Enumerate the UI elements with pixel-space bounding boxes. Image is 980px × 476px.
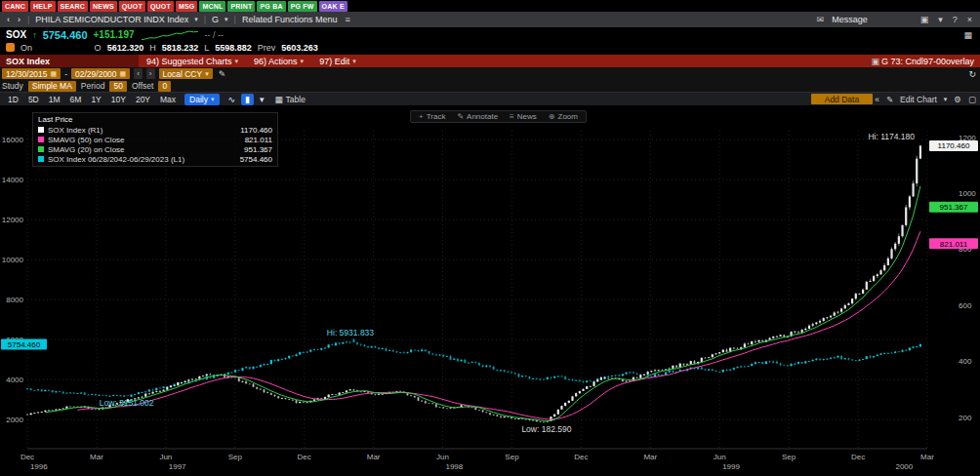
- study-select[interactable]: Simple MA: [28, 81, 76, 92]
- tab-1m[interactable]: 1M: [45, 95, 64, 104]
- svg-text:5754.460: 5754.460: [8, 340, 41, 349]
- edit-chart-button[interactable]: Edit Chart: [900, 95, 937, 104]
- chevron-down-icon: ▾: [235, 58, 239, 65]
- chart-window-icon[interactable]: ▣: [869, 57, 881, 66]
- legend-swatch: [38, 127, 44, 133]
- fkey-msg[interactable]: MSG: [176, 1, 198, 12]
- table-button[interactable]: ▦ Table: [270, 95, 310, 104]
- legend-item-sox-overlay-l1[interactable]: SOX Index 06/28/2042-06/29/2023 (L1) 575…: [38, 154, 272, 164]
- fkey-oake[interactable]: OAK E: [319, 1, 347, 12]
- svg-text:12000: 12000: [2, 216, 24, 224]
- security-title[interactable]: PHILA SEMICONDUCTOR INDX Index: [35, 15, 188, 24]
- chart-type-caret-icon[interactable]: ▾: [256, 94, 268, 105]
- range-back-button[interactable]: ‹: [134, 68, 143, 79]
- collapse-icon[interactable]: «: [875, 95, 879, 104]
- legend-item-smavg50[interactable]: SMAVG (50) on Close 821.011: [38, 135, 272, 144]
- edit-label: 97) Edit: [319, 57, 349, 66]
- menu-icon[interactable]: ≡: [344, 15, 352, 24]
- fkey-canc[interactable]: CANC: [2, 1, 28, 12]
- fkey-news[interactable]: NEWS: [90, 1, 117, 12]
- news-tool[interactable]: ≡ News: [510, 112, 537, 121]
- expand-icon[interactable]: ▢: [968, 95, 976, 104]
- range-forward-button[interactable]: ›: [146, 68, 155, 79]
- chart-area[interactable]: DecMarJunSepDecMarJunSepDecMarJunSepDecM…: [0, 105, 980, 476]
- refresh-icon[interactable]: ↻: [966, 69, 978, 79]
- fkey-help[interactable]: HELP: [30, 1, 55, 12]
- actions-label: 96) Actions: [254, 57, 298, 66]
- legend-value: 5754.460: [240, 155, 272, 164]
- calendar-icon[interactable]: ▦: [51, 70, 58, 78]
- frequency-select[interactable]: Daily ▾: [184, 94, 219, 105]
- ticker: SOX: [6, 29, 26, 40]
- svg-text:200: 200: [959, 414, 972, 422]
- legend-title[interactable]: Last Price: [38, 115, 272, 125]
- chevron-down-icon[interactable]: ▾: [194, 16, 198, 23]
- chevron-down-icon[interactable]: ▾: [225, 16, 228, 23]
- track-label: Track: [427, 112, 446, 121]
- tab-6m[interactable]: 6M: [66, 95, 86, 104]
- tab-1d[interactable]: 1D: [4, 95, 22, 104]
- actions-menu[interactable]: 96) Actions ▾: [246, 57, 311, 66]
- window-titlebar: ‹ › | PHILA SEMICONDUCTOR INDX Index ▾ |…: [0, 12, 980, 27]
- back-icon[interactable]: ‹: [6, 15, 11, 24]
- svg-text:Dec: Dec: [298, 453, 311, 461]
- tab-10y[interactable]: 10Y: [107, 95, 130, 104]
- forward-icon[interactable]: ›: [17, 15, 21, 24]
- currency-select[interactable]: Local CCY ▾: [159, 68, 213, 79]
- fkey-search[interactable]: SEARC: [58, 1, 89, 12]
- chart-grid: DecMarJunSepDecMarJunSepDecMarJunSepDecM…: [2, 131, 977, 471]
- envelope-icon[interactable]: ✉: [815, 15, 827, 24]
- intraday-sparkline: [141, 28, 199, 42]
- svg-text:Mar: Mar: [643, 453, 657, 461]
- line-chart-icon[interactable]: ∿: [225, 94, 240, 105]
- tab-5d[interactable]: 5D: [24, 95, 43, 104]
- legend-item-smavg20[interactable]: SMAVG (20) on Close 951.367: [38, 144, 272, 154]
- chart-legend[interactable]: Last Price SOX Index (R1) 1170.460 SMAVG…: [32, 112, 278, 167]
- suggested-charts-menu[interactable]: 94) Suggested Charts ▾: [139, 57, 246, 66]
- pencil-icon[interactable]: ✎: [217, 69, 228, 79]
- saved-chart-id[interactable]: G 73: Cndl97-00overlay: [881, 57, 980, 66]
- last-price-label: 5754.460: [1, 339, 47, 350]
- tab-g[interactable]: G: [212, 15, 219, 24]
- help-icon[interactable]: ?: [951, 15, 960, 24]
- tab-1y[interactable]: 1Y: [87, 95, 104, 104]
- candle-chart-icon[interactable]: ▮: [241, 94, 254, 105]
- start-date-field[interactable]: 12/30/2015 ▦: [2, 68, 61, 79]
- offset-field[interactable]: 0: [158, 81, 171, 92]
- asof-date: 22-Aug: [38, 39, 89, 57]
- related-functions-menu[interactable]: Related Functions Menu: [242, 15, 338, 24]
- close-icon[interactable]: ×: [965, 15, 974, 24]
- edit-menu[interactable]: 97) Edit ▾: [311, 57, 364, 66]
- window-icon[interactable]: ▣: [919, 15, 931, 24]
- fkey-pgfw[interactable]: PG FW: [288, 1, 317, 12]
- chevron-down-icon[interactable]: ▾: [936, 15, 945, 24]
- grid-icon[interactable]: ▦: [961, 30, 974, 40]
- calendar-icon[interactable]: ▦: [120, 70, 127, 78]
- fkey-print[interactable]: PRINT: [227, 1, 255, 12]
- end-date-field[interactable]: 02/29/2000 ▦: [71, 68, 130, 79]
- fkey-pgba[interactable]: PG BA: [257, 1, 285, 12]
- zoom-tool[interactable]: ⊕ Zoom: [549, 112, 578, 121]
- legend-item-sox-r1[interactable]: SOX Index (R1) 1170.460: [38, 125, 272, 135]
- offset-label: Offset: [132, 81, 154, 91]
- fkey-mcnl[interactable]: MCNL: [199, 1, 225, 12]
- chevron-down-icon: ▾: [352, 58, 356, 65]
- tab-20y[interactable]: 20Y: [132, 95, 154, 104]
- fkey-quot2[interactable]: QUOT: [147, 1, 174, 12]
- open-label: O: [95, 43, 102, 53]
- period-field[interactable]: 50: [109, 81, 126, 92]
- annotate-tool[interactable]: ✎ Annotate: [457, 112, 498, 121]
- fkey-quot1[interactable]: QUOT: [119, 1, 145, 12]
- table-label: Table: [286, 95, 306, 104]
- add-data-input[interactable]: Add Data: [811, 94, 873, 104]
- svg-text:1996: 1996: [30, 462, 48, 471]
- gear-icon[interactable]: ⚙: [954, 95, 961, 104]
- chart-annotation: Hi: 1174.180: [868, 132, 915, 141]
- tab-max[interactable]: Max: [156, 95, 180, 104]
- function-bar: SOX Index 94) Suggested Charts ▾ 96) Act…: [0, 55, 980, 67]
- svg-text:4000: 4000: [6, 376, 23, 384]
- track-tool[interactable]: + Track: [419, 112, 445, 121]
- frequency-value: Daily: [189, 95, 208, 104]
- edit-chart-pencil-icon[interactable]: ✎: [886, 95, 893, 104]
- message-button[interactable]: Message: [832, 15, 868, 24]
